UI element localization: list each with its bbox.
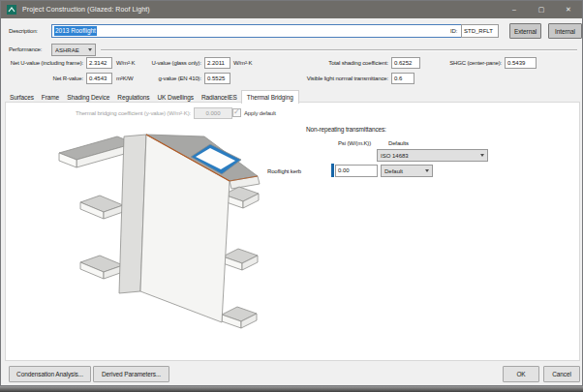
tab-uk-dwellings[interactable]: UK Dwellings: [154, 92, 198, 103]
psi-column-header: Psi (W/(m.K)): [338, 140, 371, 146]
rooflight-kerb-label: Rooflight kerb: [267, 168, 301, 174]
checkmark-icon: ✓: [233, 107, 240, 116]
apply-default-checkbox: ✓: [232, 108, 241, 117]
non-repeating-title: Non-repeating transmittances:: [306, 126, 386, 133]
tab-surfaces[interactable]: Surfaces: [6, 92, 38, 103]
description-label: Description:: [9, 28, 38, 34]
maximize-button[interactable]: ▢: [528, 1, 555, 18]
performance-dropdown[interactable]: ASHRAE: [51, 44, 96, 56]
derived-parameters-button[interactable]: Derived Parameters...: [93, 366, 169, 382]
window-title: Project Construction (Glazed: Roof Light…: [22, 1, 150, 18]
total-shading-field[interactable]: 0.6252: [391, 57, 420, 69]
net-u-value-label: Net U-value (including frame):: [1, 60, 83, 66]
u-value-glass-label: U-value (glass only):: [117, 60, 201, 66]
tab-shading-device[interactable]: Shading Device: [63, 92, 113, 103]
left-floor-slab-1: [80, 196, 123, 219]
total-shading-label: Total shading coefficient:: [253, 60, 388, 66]
ok-button[interactable]: OK: [503, 366, 539, 382]
u-value-glass-unit: W/m²·K: [233, 60, 252, 66]
visible-light-field[interactable]: 0.6: [391, 73, 414, 84]
dialog-window: Project Construction (Glazed: Roof Light…: [0, 0, 583, 386]
id-input[interactable]: STD_RFLT: [461, 24, 499, 38]
app-icon: [7, 5, 16, 15]
net-r-value-label: Net R-value:: [1, 75, 83, 81]
left-floor-slab-2: [80, 256, 123, 279]
visible-light-label: Visible light normal transmittance:: [199, 75, 388, 81]
tab-regulations[interactable]: Regulations: [113, 92, 153, 103]
rooflight-kerb-psi-field[interactable]: 0.00: [335, 165, 378, 177]
chevron-down-icon: [88, 48, 92, 51]
net-u-value-field[interactable]: 2.3142: [86, 57, 112, 69]
tab-frame[interactable]: Frame: [38, 92, 63, 103]
row-focus-accent-bar: [331, 164, 334, 177]
chevron-down-icon: [425, 169, 429, 172]
project-construction-dialog: Project Construction (Glazed: Roof Light…: [0, 0, 583, 392]
right-floor-slab-2: [223, 249, 258, 270]
performance-label: Performance:: [9, 46, 42, 52]
window-shadow: [0, 386, 583, 392]
close-button[interactable]: ✕: [555, 1, 582, 18]
defaults-column-header: Defaults: [388, 140, 409, 146]
apply-default-label: Apply default: [244, 110, 276, 116]
construction-diagram: [57, 121, 265, 344]
shgc-field[interactable]: 0.5439: [505, 57, 537, 69]
rooflight-kerb-default-dropdown[interactable]: Default: [381, 165, 433, 177]
net-r-value-field[interactable]: 0.4543: [86, 73, 112, 84]
tab-thermal-bridging[interactable]: Thermal Bridging: [241, 90, 299, 104]
cancel-button[interactable]: Cancel: [543, 366, 580, 382]
condensation-analysis-button[interactable]: Condensation Analysis...: [9, 366, 91, 382]
id-label: ID:: [450, 28, 457, 34]
title-bar: Project Construction (Glazed: Roof Light…: [1, 1, 582, 18]
description-input[interactable]: 2013 Rooflight: [51, 24, 464, 38]
minimize-button[interactable]: –: [501, 1, 528, 18]
separator-line: [101, 49, 577, 51]
shgc-label: SHGC (center-pane):: [424, 60, 502, 66]
internal-button[interactable]: Internal: [548, 23, 582, 39]
tab-radianceies[interactable]: RadianceIES: [198, 92, 241, 103]
defaults-standard-dropdown[interactable]: ISO 14683: [377, 149, 488, 162]
right-floor-slab-3: [222, 307, 257, 328]
chevron-down-icon: [480, 154, 484, 157]
external-button[interactable]: External: [509, 23, 541, 39]
g-value-label: g-value (EN 410):: [117, 75, 201, 81]
description-selected-text: 2013 Rooflight: [54, 26, 97, 36]
thermal-bridging-coefficient-label: Thermal bridging coefficient (y-value) (…: [40, 110, 191, 116]
thermal-bridging-coefficient-field: 0.000: [194, 107, 232, 119]
u-value-glass-field[interactable]: 2.2011: [204, 57, 230, 69]
tab-bar: Surfaces Frame Shading Device Regulation…: [6, 88, 299, 103]
